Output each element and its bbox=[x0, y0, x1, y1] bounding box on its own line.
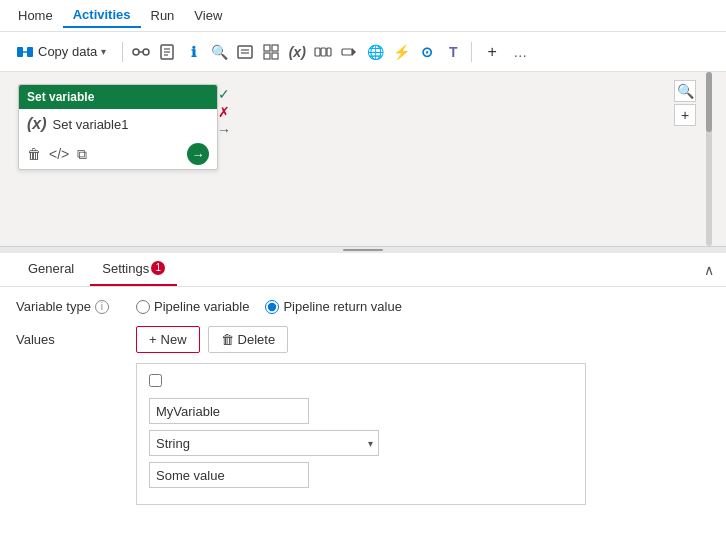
activity-card[interactable]: Set variable (x) Set variable1 🗑 </> ⧉ → bbox=[18, 84, 218, 170]
variable-type-label: Variable type i bbox=[16, 299, 136, 314]
settings-badge: 1 bbox=[151, 261, 165, 275]
tab-collapse-button[interactable]: ∧ bbox=[704, 262, 714, 278]
globe-toolbar-icon[interactable]: 🌐 bbox=[365, 42, 385, 62]
canvas-scrollbar[interactable] bbox=[706, 72, 712, 246]
variable-body-icon: (x) bbox=[27, 115, 47, 133]
values-label: Values bbox=[16, 326, 136, 347]
new-plus-icon: + bbox=[149, 332, 157, 347]
notebook-icon[interactable] bbox=[157, 42, 177, 62]
type-select-wrapper: String Boolean Integer Float Array Objec… bbox=[149, 430, 379, 456]
status-arrow-icon: → bbox=[217, 122, 231, 138]
search-toolbar-icon[interactable]: 🔍 bbox=[209, 42, 229, 62]
card-status-panel: ✓ ✗ → bbox=[218, 84, 230, 140]
grid-toolbar-icon[interactable] bbox=[261, 42, 281, 62]
toolbar-sep-1 bbox=[122, 42, 123, 62]
svg-rect-18 bbox=[321, 48, 326, 56]
pipeline-icon[interactable] bbox=[131, 42, 151, 62]
dropdown-chevron: ▾ bbox=[101, 46, 106, 57]
new-button[interactable]: + New bbox=[136, 326, 200, 353]
tab-settings-label: Settings bbox=[102, 261, 149, 276]
variable-toolbar-icon[interactable]: (x) bbox=[287, 42, 307, 62]
new-button-label: New bbox=[161, 332, 187, 347]
status-check-icon: ✓ bbox=[218, 86, 230, 102]
svg-point-3 bbox=[133, 49, 139, 55]
radio-pipeline-variable: Pipeline variable bbox=[136, 299, 249, 314]
info-toolbar-icon[interactable]: ℹ bbox=[183, 42, 203, 62]
copy-data-label: Copy data bbox=[38, 44, 97, 59]
radio-pipeline-return: Pipeline return value bbox=[265, 299, 402, 314]
bottom-panel: General Settings1 ∧ Variable type i Pipe… bbox=[0, 253, 726, 555]
radio-pipeline-return-label: Pipeline return value bbox=[283, 299, 402, 314]
collapse-divider-line bbox=[343, 249, 383, 251]
variable-name-field-row bbox=[149, 398, 573, 430]
menu-home[interactable]: Home bbox=[8, 4, 63, 27]
menu-view[interactable]: View bbox=[184, 4, 232, 27]
svg-rect-10 bbox=[238, 46, 252, 58]
activity-card-actions: 🗑 </> ⧉ → bbox=[19, 139, 217, 169]
toolbar-sep-2 bbox=[471, 42, 472, 62]
value-field[interactable] bbox=[149, 462, 309, 488]
activity-card-body: (x) Set variable1 bbox=[19, 109, 217, 139]
type-select[interactable]: String Boolean Integer Float Array Objec… bbox=[149, 430, 379, 456]
copy-data-icon bbox=[16, 43, 34, 61]
delete-button-label: Delete bbox=[238, 332, 276, 347]
tab-general[interactable]: General bbox=[16, 253, 86, 286]
add-toolbar-button[interactable]: + bbox=[480, 40, 504, 64]
tabs-bar: General Settings1 ∧ bbox=[0, 253, 726, 287]
zoom-search-button[interactable]: 🔍 bbox=[674, 80, 696, 102]
values-text: Values bbox=[16, 332, 55, 347]
values-row: Values + New 🗑 Delete bbox=[16, 326, 710, 505]
menu-bar: Home Activities Run View bbox=[0, 0, 726, 32]
svg-rect-16 bbox=[272, 53, 278, 59]
arrow-toolbar-icon[interactable] bbox=[339, 42, 359, 62]
checkbox-row bbox=[149, 374, 573, 390]
outlook-toolbar-icon[interactable]: ⊙ bbox=[417, 42, 437, 62]
svg-rect-17 bbox=[315, 48, 320, 56]
tab-general-label: General bbox=[28, 261, 74, 276]
table-inner: String Boolean Integer Float Array Objec… bbox=[137, 364, 585, 504]
svg-rect-13 bbox=[264, 45, 270, 51]
values-controls: + New 🗑 Delete bbox=[136, 326, 586, 505]
svg-rect-20 bbox=[342, 49, 352, 55]
variable-type-text: Variable type bbox=[16, 299, 91, 314]
variable-name-field[interactable] bbox=[149, 398, 309, 424]
canvas-scrollbar-thumb[interactable] bbox=[706, 72, 712, 132]
values-table: String Boolean Integer Float Array Objec… bbox=[136, 363, 586, 505]
lightning-toolbar-icon[interactable]: ⚡ bbox=[391, 42, 411, 62]
radio-pipeline-return-input[interactable] bbox=[265, 300, 279, 314]
radio-pipeline-variable-input[interactable] bbox=[136, 300, 150, 314]
code-action-icon[interactable]: </> bbox=[49, 146, 69, 162]
delete-button[interactable]: 🗑 Delete bbox=[208, 326, 289, 353]
svg-point-4 bbox=[143, 49, 149, 55]
trash-action-icon[interactable]: 🗑 bbox=[27, 146, 41, 162]
dataflow-toolbar-icon[interactable] bbox=[313, 42, 333, 62]
canvas-area: Set variable (x) Set variable1 🗑 </> ⧉ →… bbox=[0, 72, 726, 247]
menu-run[interactable]: Run bbox=[141, 4, 185, 27]
more-toolbar-button[interactable]: … bbox=[510, 42, 530, 62]
zoom-in-button[interactable]: + bbox=[674, 104, 696, 126]
value-field-row bbox=[149, 462, 573, 494]
variable-type-row: Variable type i Pipeline variable Pipeli… bbox=[16, 299, 710, 314]
menu-activities[interactable]: Activities bbox=[63, 3, 141, 28]
variable-type-info-icon[interactable]: i bbox=[95, 300, 109, 314]
teams-toolbar-icon[interactable]: T bbox=[443, 42, 463, 62]
svg-marker-21 bbox=[352, 48, 356, 56]
new-delete-buttons: + New 🗑 Delete bbox=[136, 326, 586, 353]
activity-card-name: Set variable1 bbox=[53, 117, 129, 132]
arrow-action-button[interactable]: → bbox=[187, 143, 209, 165]
svg-rect-0 bbox=[17, 47, 23, 57]
svg-rect-15 bbox=[264, 53, 270, 59]
row-checkbox[interactable] bbox=[149, 374, 162, 387]
radio-pipeline-variable-label: Pipeline variable bbox=[154, 299, 249, 314]
tab-settings[interactable]: Settings1 bbox=[90, 253, 177, 286]
set-variable-header-label: Set variable bbox=[27, 90, 94, 104]
delete-trash-icon: 🗑 bbox=[221, 332, 234, 347]
toolbar: Copy data ▾ ℹ 🔍 (x) 🌐 ⚡ ⊙ T + … bbox=[0, 32, 726, 72]
status-error-icon: ✗ bbox=[218, 104, 230, 120]
list-toolbar-icon[interactable] bbox=[235, 42, 255, 62]
copy-data-button[interactable]: Copy data ▾ bbox=[8, 39, 114, 65]
panel-content: Variable type i Pipeline variable Pipeli… bbox=[0, 287, 726, 529]
copy-action-icon[interactable]: ⧉ bbox=[77, 146, 87, 163]
zoom-controls: 🔍 + bbox=[674, 80, 696, 126]
svg-rect-19 bbox=[327, 48, 331, 56]
